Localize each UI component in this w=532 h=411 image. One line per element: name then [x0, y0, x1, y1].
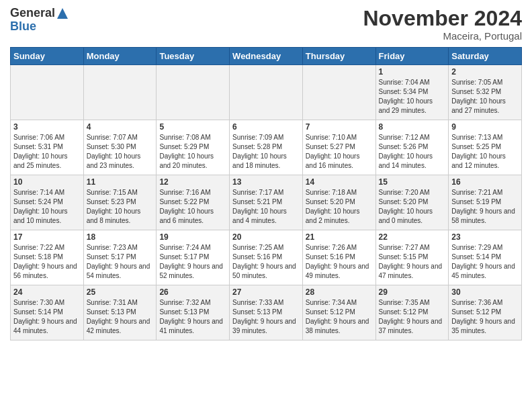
day-number: 7 — [306, 122, 373, 132]
day-number: 16 — [451, 177, 519, 187]
calendar-cell: 25Sunrise: 7:31 AM Sunset: 5:13 PM Dayli… — [83, 285, 157, 340]
cell-info: Sunrise: 7:13 AM Sunset: 5:25 PM Dayligh… — [451, 133, 519, 171]
calendar-cell: 3Sunrise: 7:06 AM Sunset: 5:31 PM Daylig… — [11, 120, 84, 175]
weekday-header: Wednesday — [230, 48, 303, 65]
day-number: 17 — [13, 232, 81, 242]
cell-info: Sunrise: 7:10 AM Sunset: 5:27 PM Dayligh… — [306, 133, 373, 171]
calendar-cell: 26Sunrise: 7:32 AM Sunset: 5:13 PM Dayli… — [157, 285, 230, 340]
day-number: 1 — [379, 67, 446, 77]
calendar-cell: 24Sunrise: 7:30 AM Sunset: 5:14 PM Dayli… — [11, 285, 84, 340]
day-number: 20 — [232, 232, 300, 242]
calendar-cell — [83, 65, 157, 120]
calendar-row: 17Sunrise: 7:22 AM Sunset: 5:18 PM Dayli… — [11, 230, 522, 285]
calendar-cell: 1Sunrise: 7:04 AM Sunset: 5:34 PM Daylig… — [375, 65, 449, 120]
calendar-cell: 9Sunrise: 7:13 AM Sunset: 5:25 PM Daylig… — [449, 120, 522, 175]
cell-info: Sunrise: 7:30 AM Sunset: 5:14 PM Dayligh… — [13, 298, 81, 336]
day-number: 18 — [87, 232, 154, 242]
calendar-cell: 18Sunrise: 7:23 AM Sunset: 5:17 PM Dayli… — [83, 230, 157, 285]
day-number: 10 — [13, 177, 81, 187]
calendar-cell: 10Sunrise: 7:14 AM Sunset: 5:24 PM Dayli… — [11, 175, 84, 230]
day-number: 5 — [159, 122, 226, 132]
calendar-cell: 12Sunrise: 7:16 AM Sunset: 5:22 PM Dayli… — [157, 175, 230, 230]
weekday-header: Sunday — [11, 48, 84, 65]
day-number: 6 — [232, 122, 300, 132]
day-number: 24 — [13, 287, 81, 297]
calendar-cell: 5Sunrise: 7:08 AM Sunset: 5:29 PM Daylig… — [157, 120, 230, 175]
cell-info: Sunrise: 7:23 AM Sunset: 5:17 PM Dayligh… — [87, 243, 154, 281]
cell-info: Sunrise: 7:31 AM Sunset: 5:13 PM Dayligh… — [87, 298, 154, 336]
calendar-table: SundayMondayTuesdayWednesdayThursdayFrid… — [10, 47, 522, 340]
calendar-row: 24Sunrise: 7:30 AM Sunset: 5:14 PM Dayli… — [11, 285, 522, 340]
day-number: 29 — [379, 287, 446, 297]
day-number: 23 — [451, 232, 519, 242]
day-number: 15 — [379, 177, 446, 187]
calendar-cell: 17Sunrise: 7:22 AM Sunset: 5:18 PM Dayli… — [11, 230, 84, 285]
day-number: 28 — [306, 287, 373, 297]
calendar-cell: 19Sunrise: 7:24 AM Sunset: 5:17 PM Dayli… — [157, 230, 230, 285]
calendar-cell: 22Sunrise: 7:27 AM Sunset: 5:15 PM Dayli… — [375, 230, 449, 285]
cell-info: Sunrise: 7:24 AM Sunset: 5:17 PM Dayligh… — [159, 243, 226, 281]
day-number: 11 — [87, 177, 154, 187]
cell-info: Sunrise: 7:34 AM Sunset: 5:12 PM Dayligh… — [306, 298, 373, 336]
logo-general-text: General — [10, 7, 55, 20]
cell-info: Sunrise: 7:27 AM Sunset: 5:15 PM Dayligh… — [379, 243, 446, 281]
weekday-header: Saturday — [449, 48, 522, 65]
calendar-cell: 20Sunrise: 7:25 AM Sunset: 5:16 PM Dayli… — [230, 230, 303, 285]
cell-info: Sunrise: 7:35 AM Sunset: 5:12 PM Dayligh… — [379, 298, 446, 336]
calendar-cell: 11Sunrise: 7:15 AM Sunset: 5:23 PM Dayli… — [83, 175, 157, 230]
cell-info: Sunrise: 7:18 AM Sunset: 5:20 PM Dayligh… — [306, 188, 373, 226]
cell-info: Sunrise: 7:07 AM Sunset: 5:30 PM Dayligh… — [87, 133, 154, 171]
calendar-cell — [157, 65, 230, 120]
day-number: 8 — [379, 122, 446, 132]
day-number: 26 — [159, 287, 226, 297]
calendar-cell: 6Sunrise: 7:09 AM Sunset: 5:28 PM Daylig… — [230, 120, 303, 175]
calendar-row: 10Sunrise: 7:14 AM Sunset: 5:24 PM Dayli… — [11, 175, 522, 230]
day-number: 3 — [13, 122, 81, 132]
cell-info: Sunrise: 7:08 AM Sunset: 5:29 PM Dayligh… — [159, 133, 226, 171]
cell-info: Sunrise: 7:16 AM Sunset: 5:22 PM Dayligh… — [159, 188, 226, 226]
calendar-cell: 7Sunrise: 7:10 AM Sunset: 5:27 PM Daylig… — [302, 120, 375, 175]
day-number: 22 — [379, 232, 446, 242]
calendar-cell — [230, 65, 303, 120]
cell-info: Sunrise: 7:26 AM Sunset: 5:16 PM Dayligh… — [306, 243, 373, 281]
day-number: 27 — [232, 287, 300, 297]
calendar-cell: 14Sunrise: 7:18 AM Sunset: 5:20 PM Dayli… — [302, 175, 375, 230]
day-number: 13 — [232, 177, 300, 187]
page: General Blue November 2024 Maceira, Port… — [0, 0, 532, 351]
calendar-cell: 15Sunrise: 7:20 AM Sunset: 5:20 PM Dayli… — [375, 175, 449, 230]
day-number: 21 — [306, 232, 373, 242]
location: Maceira, Portugal — [363, 30, 522, 42]
day-number: 4 — [87, 122, 154, 132]
calendar-cell: 2Sunrise: 7:05 AM Sunset: 5:32 PM Daylig… — [449, 65, 522, 120]
cell-info: Sunrise: 7:17 AM Sunset: 5:21 PM Dayligh… — [232, 188, 300, 226]
calendar-cell: 29Sunrise: 7:35 AM Sunset: 5:12 PM Dayli… — [375, 285, 449, 340]
calendar-row: 1Sunrise: 7:04 AM Sunset: 5:34 PM Daylig… — [11, 65, 522, 120]
calendar-cell: 16Sunrise: 7:21 AM Sunset: 5:19 PM Dayli… — [449, 175, 522, 230]
calendar-cell: 8Sunrise: 7:12 AM Sunset: 5:26 PM Daylig… — [375, 120, 449, 175]
calendar-cell: 4Sunrise: 7:07 AM Sunset: 5:30 PM Daylig… — [83, 120, 157, 175]
cell-info: Sunrise: 7:36 AM Sunset: 5:12 PM Dayligh… — [451, 298, 519, 336]
title-area: November 2024 Maceira, Portugal — [363, 7, 522, 42]
calendar-row: 3Sunrise: 7:06 AM Sunset: 5:31 PM Daylig… — [11, 120, 522, 175]
day-number: 14 — [306, 177, 373, 187]
cell-info: Sunrise: 7:22 AM Sunset: 5:18 PM Dayligh… — [13, 243, 81, 281]
logo-blue-text: Blue — [10, 20, 69, 34]
cell-info: Sunrise: 7:33 AM Sunset: 5:13 PM Dayligh… — [232, 298, 300, 336]
calendar-cell: 30Sunrise: 7:36 AM Sunset: 5:12 PM Dayli… — [449, 285, 522, 340]
cell-info: Sunrise: 7:09 AM Sunset: 5:28 PM Dayligh… — [232, 133, 300, 171]
weekday-header-row: SundayMondayTuesdayWednesdayThursdayFrid… — [11, 48, 522, 65]
day-number: 25 — [87, 287, 154, 297]
day-number: 19 — [159, 232, 226, 242]
logo: General Blue — [10, 7, 69, 34]
calendar-cell — [11, 65, 84, 120]
cell-info: Sunrise: 7:32 AM Sunset: 5:13 PM Dayligh… — [159, 298, 226, 336]
cell-info: Sunrise: 7:12 AM Sunset: 5:26 PM Dayligh… — [379, 133, 446, 171]
weekday-header: Thursday — [302, 48, 375, 65]
cell-info: Sunrise: 7:20 AM Sunset: 5:20 PM Dayligh… — [379, 188, 446, 226]
svg-marker-0 — [57, 8, 68, 19]
weekday-header: Friday — [375, 48, 449, 65]
day-number: 12 — [159, 177, 226, 187]
calendar-cell: 28Sunrise: 7:34 AM Sunset: 5:12 PM Dayli… — [302, 285, 375, 340]
cell-info: Sunrise: 7:04 AM Sunset: 5:34 PM Dayligh… — [379, 78, 446, 116]
day-number: 2 — [451, 67, 519, 77]
